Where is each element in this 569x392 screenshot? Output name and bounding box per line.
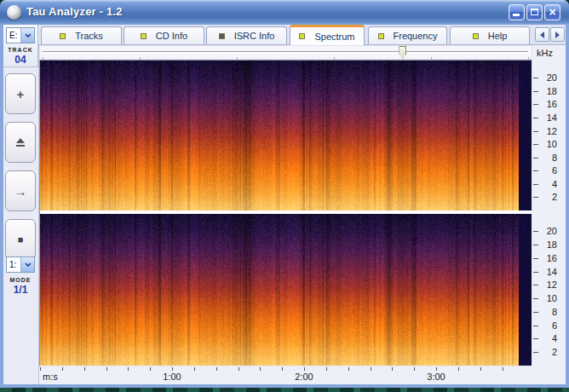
drive-select-value: E: — [7, 31, 20, 40]
tab-help[interactable]: Help — [450, 26, 530, 44]
tab-tracks[interactable]: Tracks — [41, 26, 122, 44]
mode-select-value: 1: — [7, 260, 20, 269]
freq-tick-label: 10 — [538, 139, 557, 150]
status-square-icon — [219, 33, 225, 39]
freq-tick-label: 18 — [538, 239, 557, 251]
next-track-button[interactable]: → — [5, 170, 36, 211]
chevron-down-icon — [25, 33, 32, 37]
close-button[interactable]: × — [544, 4, 560, 20]
add-button[interactable]: + — [5, 73, 36, 114]
client-area: E: TRACK 04 + → ■ 1: — [3, 25, 566, 384]
tab-isrc-info[interactable]: ISRC Info — [206, 26, 287, 44]
freq-tick-label: 8 — [538, 307, 557, 318]
tab-scroller — [535, 27, 565, 42]
freq-tick-label: 2 — [538, 192, 557, 203]
freq-tick-label: 8 — [538, 153, 557, 164]
mode-select-dropdown[interactable] — [20, 257, 34, 272]
drive-track-box: E: TRACK 04 — [3, 25, 38, 67]
tab-label: Frequency — [394, 31, 438, 41]
app-window: Tau Analyzer - 1.2 × E: TRACK 04 + — [0, 0, 569, 388]
track-number: 04 — [3, 54, 37, 66]
right-arrow-icon — [555, 32, 560, 38]
status-square-icon — [60, 33, 66, 39]
tab-cd-info[interactable]: CD Info — [124, 26, 204, 44]
time-tick — [371, 367, 371, 371]
freq-tick-label: 6 — [538, 320, 557, 331]
maximize-button[interactable] — [526, 4, 543, 20]
freq-tick-label: 20 — [538, 72, 557, 84]
window-title: Tau Analyzer - 1.2 — [26, 5, 123, 18]
tab-frequency[interactable]: Frequency — [368, 26, 447, 44]
time-tick-label: 2:00 — [290, 372, 319, 382]
screen: Tau Analyzer - 1.2 × E: TRACK 04 + — [0, 0, 569, 392]
time-tick — [392, 367, 393, 371]
tab-label: CD Info — [156, 31, 187, 41]
time-tick-label: 1:00 — [158, 372, 187, 382]
freq-tick-label: 18 — [538, 86, 557, 97]
freq-tick-label: 2 — [538, 347, 557, 358]
freq-tick-label: 12 — [538, 280, 557, 291]
status-square-icon — [473, 33, 479, 39]
tab-label: ISRC Info — [234, 31, 275, 41]
freq-tick-label: 10 — [538, 293, 557, 304]
spectrogram-left-channel — [40, 61, 532, 210]
time-tick — [348, 367, 349, 371]
tab-label: Help — [488, 31, 508, 41]
tab-scroll-left-button[interactable] — [535, 27, 549, 42]
freq-tick-label: 16 — [538, 253, 557, 264]
eject-icon — [15, 138, 26, 147]
time-tick — [480, 367, 481, 371]
time-tick — [40, 367, 41, 371]
freq-tick-label: 6 — [538, 165, 557, 176]
freq-tick-label: 14 — [538, 112, 557, 124]
time-tick — [260, 367, 261, 371]
freq-tick-label: 20 — [538, 226, 557, 237]
time-tick — [62, 367, 63, 371]
time-tick — [84, 367, 85, 371]
drive-select-dropdown[interactable] — [20, 28, 34, 43]
status-square-icon — [299, 33, 305, 39]
minimize-icon — [513, 14, 520, 16]
time-tick — [239, 367, 239, 371]
freq-tick-label: 12 — [538, 126, 557, 137]
minimize-button[interactable] — [509, 4, 525, 20]
mode-select[interactable]: 1: — [6, 257, 35, 273]
time-tick — [128, 367, 129, 371]
freq-tick-label: 4 — [538, 333, 557, 344]
tab-label: Spectrum — [314, 32, 354, 42]
app-icon — [7, 5, 21, 20]
freq-tick-label: 16 — [538, 99, 557, 110]
time-tick — [106, 367, 107, 371]
time-tick — [304, 367, 305, 371]
desktop-background — [0, 388, 569, 392]
stop-icon: ■ — [18, 235, 24, 245]
tab-label: Tracks — [75, 31, 103, 41]
chevron-down-icon — [25, 262, 32, 267]
time-tick — [282, 367, 283, 371]
tab-scroll-right-button[interactable] — [550, 27, 565, 42]
drive-select[interactable]: E: — [6, 27, 35, 43]
eject-button[interactable] — [5, 122, 36, 163]
freq-tick-label: 14 — [538, 267, 557, 278]
time-tick — [194, 367, 195, 371]
time-tick — [414, 367, 415, 371]
time-tick — [458, 367, 459, 371]
time-tick — [326, 367, 327, 371]
track-label: TRACK — [3, 47, 37, 53]
time-tick — [503, 367, 503, 371]
left-arrow-icon — [540, 32, 544, 38]
status-square-icon — [141, 33, 147, 39]
time-tick — [436, 367, 437, 371]
titlebar[interactable]: Tau Analyzer - 1.2 × — [0, 0, 569, 25]
time-axis-unit: m:s — [43, 372, 58, 382]
time-tick — [216, 367, 217, 371]
time-tick — [150, 367, 151, 371]
right-arrow-icon: → — [14, 185, 27, 198]
tab-spectrum[interactable]: Spectrum — [290, 25, 365, 45]
stop-button[interactable]: ■ — [5, 219, 36, 260]
mode-value: 1/1 — [3, 284, 37, 296]
position-slider-track[interactable] — [43, 51, 528, 54]
time-tick-label: 3:00 — [422, 372, 451, 382]
freq-tick-label: 4 — [538, 179, 557, 190]
status-square-icon — [378, 33, 384, 39]
